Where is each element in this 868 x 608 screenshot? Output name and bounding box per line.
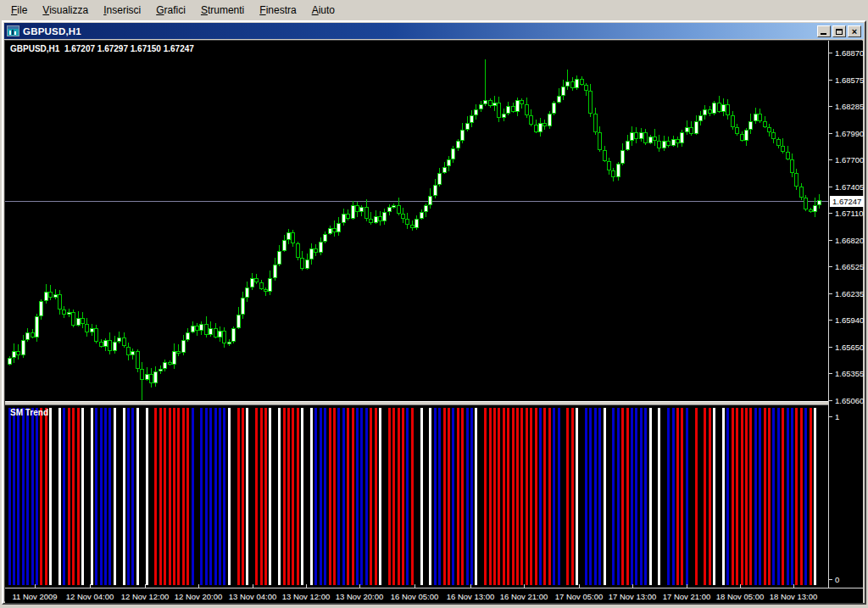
candle-body	[488, 100, 492, 107]
menu-file[interactable]: File	[3, 2, 35, 19]
candle-body	[620, 150, 625, 164]
histogram-bar	[81, 408, 84, 585]
candle-body	[790, 159, 794, 173]
histogram-bar	[214, 408, 217, 585]
candle-body	[236, 315, 241, 328]
menu-finestra[interactable]: Finestra	[252, 2, 303, 19]
histogram-bar	[420, 408, 423, 585]
menu-inserisci[interactable]: Inserisci	[96, 2, 148, 19]
histogram-bar	[787, 408, 789, 585]
candle-body	[643, 132, 648, 143]
histogram-bar	[352, 408, 354, 585]
indicator-pane[interactable]: SM Trend	[5, 405, 828, 588]
candle-body	[405, 219, 409, 226]
menu-grafici[interactable]: Grafici	[148, 2, 193, 19]
candle-body	[771, 132, 776, 140]
candle-body	[630, 132, 634, 142]
histogram-bar	[626, 408, 629, 585]
candle-body	[525, 104, 529, 115]
candle-body	[94, 328, 98, 342]
histogram-bar	[337, 408, 340, 585]
close-button[interactable]: ×	[848, 25, 861, 37]
histogram-bar	[553, 408, 555, 585]
close-icon: ×	[849, 25, 860, 37]
restore-button[interactable]	[832, 25, 846, 37]
histogram-bar	[146, 408, 148, 585]
histogram-bar	[448, 408, 450, 585]
restore-icon	[836, 29, 843, 35]
candle-body	[561, 86, 565, 96]
histogram-bar	[571, 408, 574, 585]
histogram-bar	[566, 408, 569, 585]
price-tick-mark	[829, 320, 832, 321]
candle-body	[359, 207, 364, 212]
histogram-bar	[484, 408, 487, 585]
time-tick-mark	[90, 584, 91, 588]
histogram-bar	[621, 408, 624, 585]
price-tick-mark	[829, 187, 832, 187]
candle-body	[85, 324, 89, 333]
menu-strumenti[interactable]: Strumenti	[193, 2, 252, 19]
histogram-bar	[736, 408, 738, 585]
minimize-button[interactable]	[817, 25, 831, 37]
menu-aiuto[interactable]: Aiuto	[304, 2, 342, 19]
candle-body	[16, 351, 20, 355]
candle-body	[282, 240, 287, 251]
indicator-name-label: SM Trend	[10, 408, 48, 417]
candle-body	[21, 340, 25, 355]
histogram-bar	[649, 408, 652, 585]
candle-body	[172, 351, 176, 365]
histogram-bar	[360, 408, 363, 585]
candle-body	[342, 214, 346, 223]
candle-body	[364, 207, 369, 219]
histogram-bar	[242, 408, 244, 585]
histogram-bar	[772, 408, 775, 585]
title-bar[interactable]: GBPUSD,H1 ×	[4, 23, 864, 39]
price-tick-mark	[829, 133, 832, 134]
chart-client: GBPUSD,H1 1.67207 1.67297 1.67150 1.6724…	[4, 40, 863, 602]
candle-body	[382, 212, 387, 221]
time-tick-mark	[253, 584, 253, 588]
histogram-bar	[370, 408, 372, 585]
histogram-bar	[91, 408, 93, 585]
time-tick-label: 12 Nov 20:00	[175, 592, 223, 601]
candle-body	[168, 362, 172, 365]
histogram-bar	[411, 408, 414, 585]
histogram-bar	[804, 408, 807, 585]
candle-body	[81, 318, 85, 323]
candle-body	[401, 214, 405, 218]
histogram-bar	[77, 408, 80, 585]
price-tick-mark	[829, 53, 832, 53]
histogram-bar	[58, 408, 61, 585]
time-tick-label: 16 Nov 05:00	[391, 592, 439, 601]
time-axis[interactable]: 11 Nov 200912 Nov 04:0012 Nov 12:0012 No…	[5, 588, 863, 603]
candle-body	[140, 369, 144, 380]
price-tick-mark	[829, 106, 832, 107]
candle-body	[653, 137, 657, 141]
time-tick-label: 16 Nov 13:00	[447, 592, 495, 601]
histogram-bar	[594, 408, 597, 585]
histogram-bar	[800, 408, 803, 585]
menu-visualizza[interactable]: Visualizza	[35, 2, 96, 19]
candle-body	[122, 337, 126, 347]
price-axis[interactable]: 1.67247 1.688701.685751.682851.679901.67…	[828, 41, 863, 588]
histogram-bar	[223, 408, 225, 585]
histogram-bar	[131, 408, 134, 585]
candlestick-pane[interactable]: GBPUSD,H1 1.67207 1.67297 1.67150 1.6724…	[5, 41, 828, 401]
histogram-bar	[398, 408, 400, 585]
window-title: GBPUSD,H1	[23, 26, 81, 36]
histogram-bar	[516, 408, 519, 585]
price-tick-mark	[829, 159, 832, 160]
time-tick-mark	[632, 584, 633, 588]
histogram-bar	[576, 408, 578, 585]
candle-body	[108, 340, 112, 351]
price-tick-label: 1.67700	[835, 155, 864, 165]
histogram-bar	[782, 408, 784, 585]
price-tick-label: 1.67110	[835, 209, 864, 218]
price-tick-label: 1.66820	[835, 236, 864, 245]
histogram-bar	[438, 408, 441, 585]
time-tick-label: 17 Nov 21:00	[663, 592, 711, 601]
candle-body	[437, 173, 442, 185]
candle-body	[319, 242, 323, 253]
histogram-bar	[314, 408, 317, 585]
